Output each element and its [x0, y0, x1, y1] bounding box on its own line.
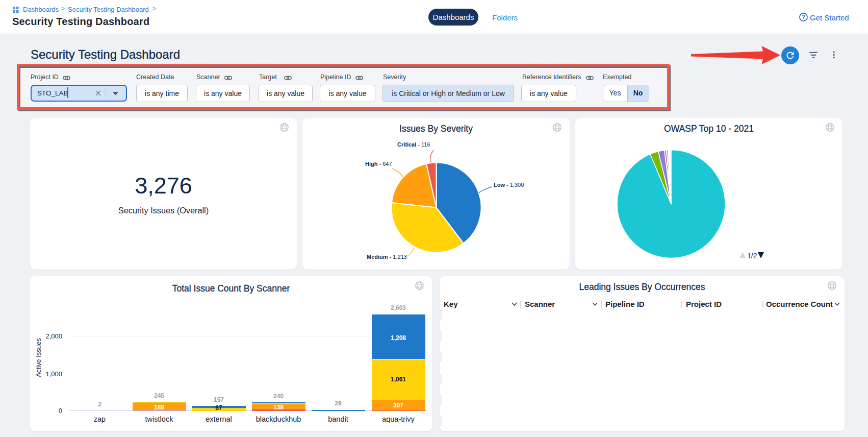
svg-text:?: ? — [802, 14, 805, 20]
